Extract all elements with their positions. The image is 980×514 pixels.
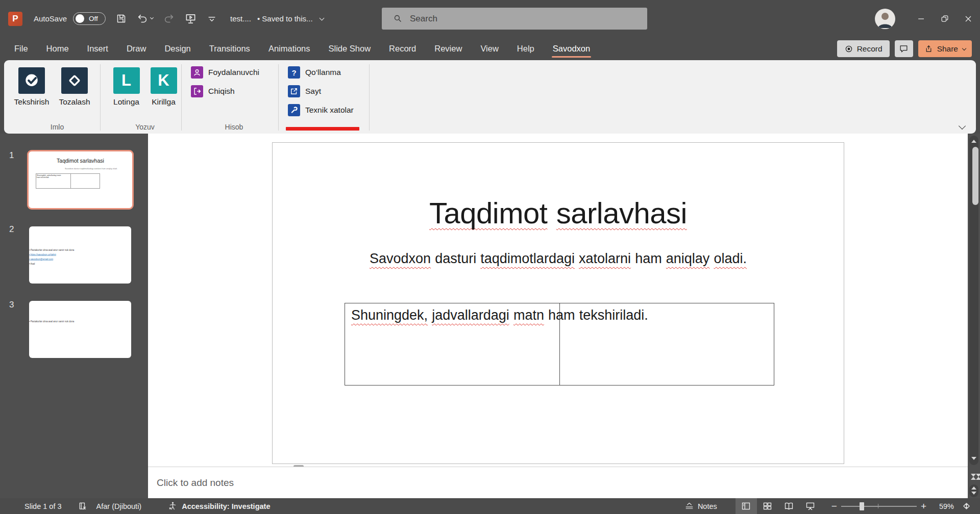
ribbon-group-hisob: Foydalanuvchi Chiqish Hisob [186,60,282,134]
vertical-scrollbar-strip [968,134,980,498]
texnik-xatolar-button[interactable]: Texnik xatolar [283,103,373,117]
user-avatar[interactable] [875,9,895,29]
tab-home[interactable]: Home [46,37,69,60]
tab-transitions[interactable]: Transitions [209,37,250,60]
slide-number-2: 2 [9,224,14,235]
tab-draw[interactable]: Draw [127,37,146,60]
external-link-icon [288,85,300,97]
spellcheck-status-icon[interactable] [78,501,88,511]
tab-animations[interactable]: Animations [268,37,310,60]
slide-table[interactable]: Shuningdek,jadvallardagimatnhamtekshiril… [345,303,774,386]
notes-pane[interactable]: Click to add notes [148,467,968,498]
fit-slide-to-window-button[interactable] [961,501,972,511]
autosave-toggle[interactable]: Off [73,12,106,25]
undo-button[interactable] [137,13,153,24]
user-icon [191,66,203,79]
kirillga-button[interactable]: K Kirillga [145,67,182,107]
normal-view-button[interactable] [736,498,757,514]
language-indicator[interactable]: Afar (Djibouti) [96,502,142,510]
restore-button[interactable] [933,0,957,37]
zoom-in-button[interactable]: + [921,501,926,512]
texnik-xatolar-label: Texnik xatolar [305,106,354,115]
ribbon-area: Tekshirish Tozalash Imlo L Loti [0,60,980,134]
foydalanuvchi-button[interactable]: Foydalanuvchi [186,65,282,80]
ribbon-savodxon: Tekshirish Tozalash Imlo L Loti [4,60,976,134]
tab-review[interactable]: Review [434,37,462,60]
slide-number-3: 3 [9,300,14,310]
redo-button[interactable] [163,13,175,24]
tozalash-button[interactable]: Tozalash [53,67,96,107]
tab-slide-show[interactable]: Slide Show [329,37,371,60]
zoom-slider-track[interactable] [841,506,917,507]
group-divider [278,64,279,131]
slide-sorter-view-button[interactable] [757,498,778,514]
qollanma-button[interactable]: ? Qo‘llanma [283,65,373,80]
file-menu-chevron-icon[interactable] [319,15,324,20]
group-divider [369,64,370,131]
minimize-button[interactable] [910,0,933,37]
table-cell-left[interactable]: Shuningdek,jadvallardagimatnhamtekshiril… [345,303,560,385]
slide-thumbnail-3[interactable]: • Paxtakorlar olma asal anor xamir nok d… [29,301,131,358]
mini-bullet-line: • Paxtakorlar olma asal anor xamir nok d… [29,316,131,321]
slide-canvas[interactable]: Taqdimotsarlavhasi Savodxondasturitaqdim… [272,142,844,464]
tab-design[interactable]: Design [164,37,190,60]
slide-editor-area: Taqdimotsarlavhasi Savodxondasturitaqdim… [148,134,968,467]
logout-icon [191,85,203,97]
lotinga-button[interactable]: L Lotinga [108,67,145,107]
slide-indicator[interactable]: Slide 1 of 3 [24,502,62,510]
slideshow-view-button[interactable] [800,498,821,514]
share-icon [924,44,933,53]
sayt-button[interactable]: Sayt [283,84,373,98]
notes-placeholder[interactable]: Click to add notes [157,477,234,489]
autosave-label: AutoSave [34,14,67,23]
notes-toggle-label: Notes [698,502,717,510]
share-dropdown-chevron-icon[interactable] [962,46,966,50]
tekshirish-button[interactable]: Tekshirish [10,67,53,107]
record-button[interactable]: Record [837,40,890,57]
zoom-level[interactable]: 59% [930,502,954,510]
slide-title[interactable]: Taqdimotsarlavhasi [273,196,844,230]
slide-thumbnail-1-selected[interactable]: Taqdimot sarlavhasi Savodxon dasturi taq… [27,150,134,210]
zoom-slider[interactable] [841,498,917,514]
tab-view[interactable]: View [480,37,498,60]
notes-scroll-down-icon[interactable] [971,492,976,495]
scroll-down-arrow-icon[interactable] [971,457,976,460]
table-cell-right[interactable] [560,303,774,385]
file-name[interactable]: test.... [230,14,251,23]
slide-subtitle[interactable]: Savodxondasturitaqdimotlardagixatolarnih… [273,251,844,267]
collapse-ribbon-chevron-icon[interactable] [959,122,966,130]
scrollbar-thumb[interactable] [972,147,978,205]
tab-record[interactable]: Record [389,37,416,60]
start-slideshow-button[interactable] [185,13,197,24]
scroll-up-arrow-icon[interactable] [971,140,976,143]
error-progress-bar [286,127,359,131]
slide-thumbnail-2[interactable]: • Paxtakorlar olma asal anor xamir nok d… [29,226,131,284]
save-button[interactable] [116,13,127,24]
powerpoint-logo-icon[interactable]: P [8,12,22,26]
undo-dropdown-chevron-icon[interactable] [150,16,154,19]
titlebar-right [875,0,980,37]
ribbon-group-imlo: Tekshirish Tozalash Imlo [10,60,104,134]
notes-scrollbar[interactable] [969,484,978,497]
help-question-icon: ? [288,66,300,79]
slide-scrollbar-track[interactable] [969,136,978,465]
close-button[interactable] [957,0,980,37]
chiqish-button[interactable]: Chiqish [186,84,282,98]
tab-help[interactable]: Help [517,37,534,60]
spellcheck-icon [18,67,45,94]
tab-file[interactable]: File [14,37,28,60]
workspace: 1 2 3 Taqdimot sarlavhasi Savodxon dastu… [0,134,980,498]
search-input[interactable]: Search [382,8,647,30]
accessibility-status[interactable]: Accessibility: Investigate [182,502,270,510]
group-divider [181,64,182,131]
tab-savodxon[interactable]: Savodxon [553,37,590,60]
share-button[interactable]: Share [918,40,972,57]
notes-toggle-button[interactable]: Notes [684,501,717,511]
quick-access-options-button[interactable] [207,14,217,24]
reading-view-button[interactable] [778,498,800,514]
notes-scroll-up-icon[interactable] [971,486,976,490]
tab-insert[interactable]: Insert [87,37,108,60]
comments-button[interactable] [895,40,913,57]
zoom-slider-thumb[interactable] [860,502,864,510]
zoom-out-button[interactable]: − [831,501,837,512]
